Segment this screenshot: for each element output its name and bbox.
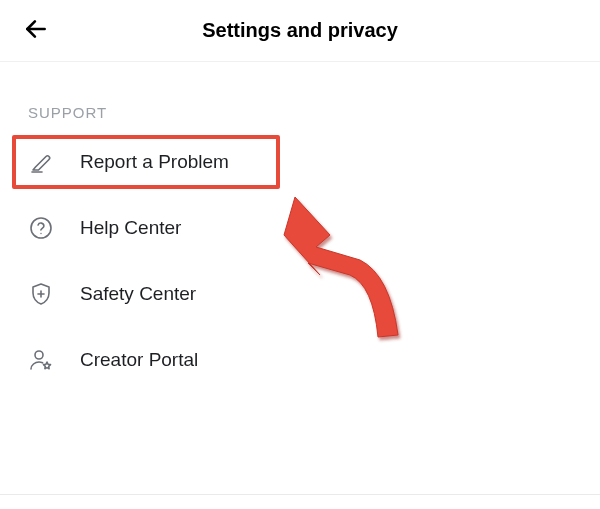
- creator-portal-item[interactable]: Creator Portal: [0, 327, 600, 393]
- page-title: Settings and privacy: [202, 19, 398, 42]
- arrow-left-icon: [23, 16, 49, 46]
- report-a-problem-item[interactable]: Report a Problem: [0, 129, 600, 195]
- list-item-label: Report a Problem: [80, 151, 229, 173]
- help-circle-icon: [28, 215, 54, 241]
- shield-plus-icon: [28, 281, 54, 307]
- section-header: SUPPORT: [0, 62, 600, 129]
- divider: [0, 494, 600, 495]
- back-button[interactable]: [20, 15, 52, 47]
- list-item-label: Creator Portal: [80, 349, 198, 371]
- svg-point-6: [35, 351, 43, 359]
- support-section: SUPPORT Report a Problem Help Center: [0, 62, 600, 393]
- support-list: Report a Problem Help Center: [0, 129, 600, 393]
- safety-center-item[interactable]: Safety Center: [0, 261, 600, 327]
- svg-point-3: [40, 233, 41, 234]
- list-item-label: Help Center: [80, 217, 181, 239]
- person-star-icon: [28, 347, 54, 373]
- pencil-edit-icon: [28, 149, 54, 175]
- list-item-label: Safety Center: [80, 283, 196, 305]
- help-center-item[interactable]: Help Center: [0, 195, 600, 261]
- svg-point-2: [31, 218, 51, 238]
- page-header: Settings and privacy: [0, 0, 600, 62]
